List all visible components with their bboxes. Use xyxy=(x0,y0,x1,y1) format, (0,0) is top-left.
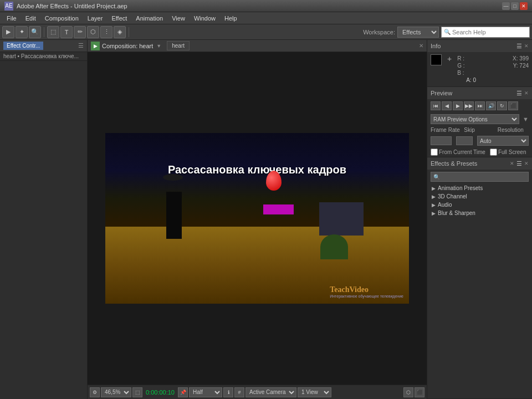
skip-input[interactable]: 0 xyxy=(456,136,473,145)
title-bar: AE Adobe After Effects - Untitled Projec… xyxy=(0,0,532,12)
preview-last-frame[interactable]: ⏭ xyxy=(475,101,485,110)
search-input[interactable] xyxy=(452,29,527,35)
separator-1 xyxy=(44,27,44,37)
effects-presets-close[interactable]: ✕ xyxy=(524,161,529,166)
view-count-select[interactable]: 1 View 2 Views xyxy=(298,387,331,397)
info-panel-header[interactable]: Info ☰ ✕ xyxy=(427,40,532,52)
workspace-select[interactable]: Effects Standard xyxy=(397,27,439,38)
menu-view[interactable]: View xyxy=(167,14,190,23)
color-swatch[interactable] xyxy=(431,54,442,65)
preview-panel-header[interactable]: Preview ☰ ✕ xyxy=(427,87,532,99)
menu-effect[interactable]: Effect xyxy=(107,14,131,23)
from-current-checkbox[interactable] xyxy=(431,149,438,156)
info-panel-menu[interactable]: ☰ xyxy=(516,43,522,50)
ep-arrow-2: ▶ xyxy=(432,202,436,208)
effect-controls-tab[interactable]: Effect Contr... xyxy=(3,42,43,50)
menu-file[interactable]: File xyxy=(2,14,21,23)
frame-rate-input[interactable]: 23.98 xyxy=(431,136,452,145)
a-value: A: 0 xyxy=(466,77,476,83)
info-plus-btn[interactable]: + xyxy=(447,54,452,63)
preview-ram[interactable]: ⬛ xyxy=(508,101,518,110)
search-box-wrap: 🔍 xyxy=(441,27,530,38)
from-current-row: From Current Time Full Screen xyxy=(427,147,532,157)
menu-composition[interactable]: Composition xyxy=(40,14,83,23)
ep-animation-presets[interactable]: ▶ Animation Presets xyxy=(427,184,532,192)
viewer-fit-btn[interactable]: ⬚ xyxy=(132,387,142,397)
tool-shape[interactable]: ⬡ xyxy=(87,26,99,38)
composition-viewer: Рассасановка ключевых кадров TeachVideo … xyxy=(88,52,427,385)
comp-canvas: Рассасановка ключевых кадров TeachVideo … xyxy=(105,133,409,304)
close-button[interactable]: ✕ xyxy=(520,2,528,10)
effects-scrollbar[interactable] xyxy=(422,0,427,399)
window-title: Adobe After Effects - Untitled Project.a… xyxy=(17,3,502,9)
ep-audio[interactable]: ▶ Audio xyxy=(427,201,532,209)
ep-blur-sharpen[interactable]: ▶ Blur & Sharpen xyxy=(427,209,532,217)
info-panel: Info ☰ ✕ + R : X: 399 G : xyxy=(427,40,532,87)
zoom-select[interactable]: 46,5% 100% 50% xyxy=(101,387,131,397)
preview-panel-close[interactable]: ✕ xyxy=(524,90,529,96)
ep-3d-channel[interactable]: ▶ 3D Channel xyxy=(427,192,532,201)
video-text-overlay: Рассасановка ключевых кадров xyxy=(168,163,346,176)
camera-select[interactable]: Active Camera xyxy=(245,387,296,397)
main-area: Effect Contr... ☰ heart • Рассасановка к… xyxy=(0,40,532,399)
ram-preview-dropdown[interactable]: ▼ xyxy=(523,116,529,122)
ep-label-2: Audio xyxy=(438,202,452,208)
composition-name: Composition: heart xyxy=(102,43,153,49)
toolbar: ▶ ✦ 🔍 ⬚ T ✏ ⬡ ⋮ ◈ Workspace: Effects Sta… xyxy=(0,24,532,40)
viewer-grid-btn[interactable]: # xyxy=(234,387,244,397)
preview-panel: Preview ☰ ✕ ⏮ ◀ ▶ ▶▶ ⏭ 🔊 ↻ ⬛ RAM Preview… xyxy=(427,87,532,157)
info-panel-close[interactable]: ✕ xyxy=(524,43,529,49)
composition-tab[interactable]: heart xyxy=(167,41,190,50)
viewer-3d-btn[interactable]: ⬡ xyxy=(403,387,413,397)
menu-edit[interactable]: Edit xyxy=(21,14,40,23)
menu-animation[interactable]: Animation xyxy=(131,14,167,23)
full-screen-checkbox[interactable] xyxy=(490,149,497,156)
tool-puppet[interactable]: ◈ xyxy=(114,26,126,38)
menu-window[interactable]: Window xyxy=(190,14,220,23)
viewer-controls: ⚙ 46,5% 100% 50% ⬚ 0:00:00:10 📌 Half Ful… xyxy=(88,385,427,399)
tool-zoom[interactable]: 🔍 xyxy=(29,26,41,38)
ram-preview-row: RAM Preview Options ▼ xyxy=(427,113,532,125)
tool-paint[interactable]: ⋮ xyxy=(100,26,112,38)
resolution-select[interactable]: Half Full Quarter xyxy=(189,387,222,397)
tool-hand[interactable]: ✦ xyxy=(16,26,28,38)
preview-audio[interactable]: 🔊 xyxy=(486,101,496,110)
from-current-label: From Current Time xyxy=(439,149,485,155)
preview-first-frame[interactable]: ⏮ xyxy=(431,101,441,110)
menu-help[interactable]: Help xyxy=(220,14,242,23)
preview-next-frame[interactable]: ▶▶ xyxy=(464,101,474,110)
minimize-button[interactable]: — xyxy=(502,2,510,10)
maximize-button[interactable]: □ xyxy=(511,2,519,10)
frame-rate-row: Frame Rate Skip Resolution xyxy=(427,126,532,134)
composition-icon: ▶ xyxy=(91,42,100,50)
x-value: X: 399 xyxy=(513,55,529,62)
ep-label-0: Animation Presets xyxy=(438,185,483,191)
separator-2 xyxy=(129,27,129,37)
tool-pen[interactable]: ✏ xyxy=(74,26,86,38)
ram-preview-select[interactable]: RAM Preview Options xyxy=(431,114,519,124)
viewer-info-btn[interactable]: ℹ xyxy=(223,387,233,397)
resolution-select-preview[interactable]: Auto Full Half xyxy=(477,136,529,146)
preview-play[interactable]: ▶ xyxy=(453,101,463,110)
center-area: ▶ Composition: heart ▼ heart ✕ Рассасано… xyxy=(88,40,427,399)
g-label: G : xyxy=(457,63,466,69)
effects-presets-close-left[interactable]: ✕ xyxy=(510,161,514,166)
viewer-snap-btn[interactable]: 📌 xyxy=(178,387,188,397)
effects-presets-header[interactable]: Effects & Presets ✕ ☰ ✕ xyxy=(427,157,532,170)
preview-prev-frame[interactable]: ◀ xyxy=(442,101,452,110)
viewer-settings-btn[interactable]: ⚙ xyxy=(90,387,100,397)
tool-selection[interactable]: ▶ xyxy=(2,26,14,38)
left-panel-menu-icon[interactable]: ☰ xyxy=(78,42,84,49)
watermark: TeachVideo Интерактивное обучающее телев… xyxy=(330,285,403,298)
info-panel-content: + R : X: 399 G : Y: 724 xyxy=(427,52,532,86)
effects-search-input[interactable] xyxy=(431,172,529,182)
y-value: Y: 724 xyxy=(513,63,529,69)
tool-camera[interactable]: ⬚ xyxy=(47,26,59,38)
preview-panel-menu[interactable]: ☰ xyxy=(516,90,522,97)
effects-presets-menu[interactable]: ☰ xyxy=(516,160,522,167)
full-screen-label: Full Screen xyxy=(498,149,526,155)
menu-layer[interactable]: Layer xyxy=(83,14,108,23)
tool-text[interactable]: T xyxy=(60,26,73,38)
preview-loop[interactable]: ↻ xyxy=(497,101,507,110)
composition-dropdown[interactable]: ▼ xyxy=(156,43,161,49)
